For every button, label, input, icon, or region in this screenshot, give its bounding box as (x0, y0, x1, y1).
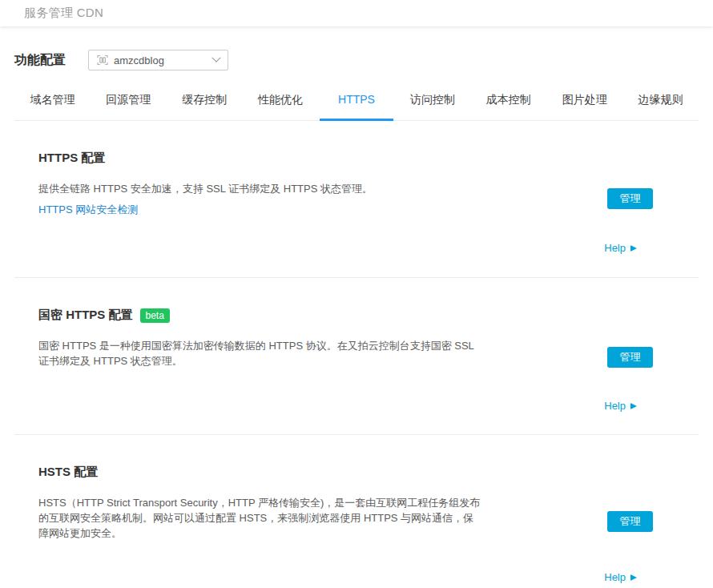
tab-https[interactable]: HTTPS (319, 93, 395, 120)
help-link[interactable]: Help (604, 571, 637, 583)
tab-cost-control[interactable]: 成本控制 (470, 93, 546, 120)
section-title-text: 国密 HTTPS 配置 (38, 308, 133, 323)
section-https-config: HTTPS 配置 提供全链路 HTTPS 安全加速，支持 SSL 证书绑定及 H… (14, 121, 699, 277)
play-icon (630, 403, 637, 409)
main-content: 功能配置 amzcdblog 域名管理 回源管理 缓存控制 性能优化 HTTPS… (0, 50, 713, 588)
service-icon (97, 54, 108, 66)
play-icon (630, 574, 637, 581)
service-selector[interactable]: amzcdblog (88, 50, 228, 70)
manage-button[interactable]: 管理 (607, 188, 653, 209)
tab-origin-manage[interactable]: 回源管理 (91, 93, 167, 120)
chevron-down-icon (211, 54, 220, 62)
section-description: HSTS（HTTP Strict Transport Security，HTTP… (38, 495, 483, 541)
manage-button[interactable]: 管理 (607, 511, 653, 532)
config-heading: 功能配置 (14, 52, 66, 69)
section-title: 国密 HTTPS 配置 beta (38, 308, 699, 323)
play-icon (630, 245, 637, 252)
section-description: 国密 HTTPS 是一种使用国密算法加密传输数据的 HTTPS 协议。在又拍云控… (38, 338, 483, 369)
config-row: 功能配置 amzcdblog (14, 50, 699, 70)
tab-domain-manage[interactable]: 域名管理 (14, 93, 91, 120)
section-content: HSTS 配置 HSTS（HTTP Strict Transport Secur… (38, 465, 699, 541)
tab-access-control[interactable]: 访问控制 (394, 93, 470, 120)
tab-image-processing[interactable]: 图片处理 (546, 93, 622, 120)
tab-edge-rules[interactable]: 边缘规则 (622, 93, 699, 120)
help-label: Help (604, 400, 626, 412)
manage-button[interactable]: 管理 (607, 347, 653, 368)
section-content: HTTPS 配置 提供全链路 HTTPS 安全加速，支持 SSL 证书绑定及 H… (38, 151, 699, 217)
tab-cache-control[interactable]: 缓存控制 (167, 93, 243, 120)
https-security-check-link[interactable]: HTTPS 网站安全检测 (38, 203, 138, 217)
page-title: 服务管理 CDN (24, 6, 103, 21)
section-content: 国密 HTTPS 配置 beta 国密 HTTPS 是一种使用国密算法加密传输数… (38, 308, 699, 369)
tab-performance[interactable]: 性能优化 (243, 93, 319, 120)
section-title-text: HTTPS 配置 (38, 151, 105, 166)
help-link[interactable]: Help (604, 400, 637, 412)
help-link[interactable]: Help (604, 242, 637, 254)
section-gm-https-config: 国密 HTTPS 配置 beta 国密 HTTPS 是一种使用国密算法加密传输数… (14, 277, 699, 434)
service-selector-value: amzcdblog (114, 54, 164, 66)
section-title: HTTPS 配置 (38, 151, 699, 166)
tab-bar: 域名管理 回源管理 缓存控制 性能优化 HTTPS 访问控制 成本控制 图片处理… (14, 70, 699, 121)
section-title-text: HSTS 配置 (38, 465, 98, 480)
help-label: Help (604, 242, 626, 254)
help-label: Help (604, 571, 626, 583)
section-title: HSTS 配置 (38, 465, 699, 480)
section-hsts-config: HSTS 配置 HSTS（HTTP Strict Transport Secur… (14, 434, 699, 588)
topbar: 服务管理 CDN (0, 0, 713, 26)
section-description: 提供全链路 HTTPS 安全加速，支持 SSL 证书绑定及 HTTPS 状态管理… (38, 181, 483, 196)
beta-badge: beta (140, 308, 170, 323)
